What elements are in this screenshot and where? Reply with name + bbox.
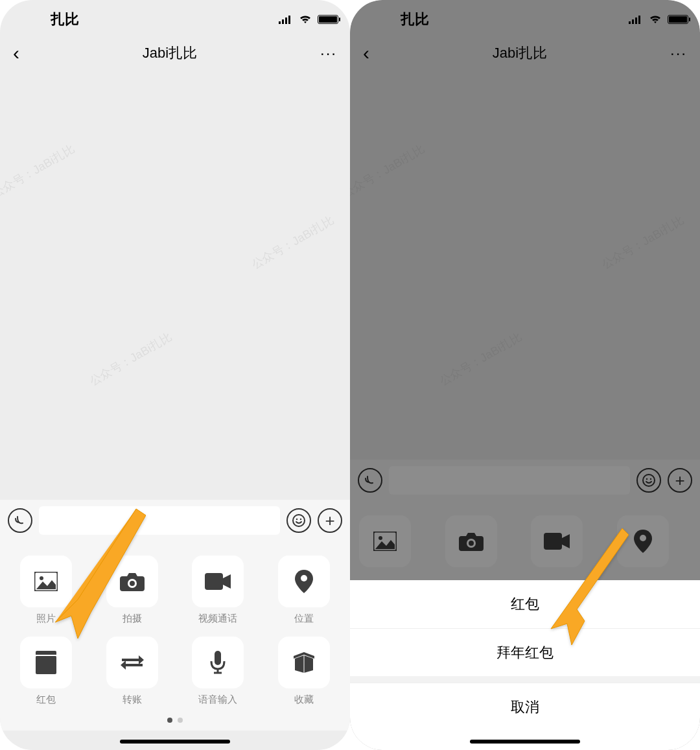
- wifi-icon: [298, 14, 312, 25]
- attach-label: 红包: [36, 694, 56, 706]
- sheet-separator: [350, 676, 700, 683]
- svg-point-12: [301, 575, 307, 581]
- chat-body: 公众号：JaBi扎比 公众号：JaBi扎比 公众号：JaBi扎比: [0, 73, 350, 500]
- svg-rect-0: [279, 21, 281, 24]
- voice-button[interactable]: [8, 508, 32, 533]
- mic-icon: [210, 651, 226, 674]
- sheet-redpacket[interactable]: 红包: [350, 580, 700, 628]
- carrier-label: 扎比: [51, 10, 79, 29]
- attach-label: 位置: [294, 613, 314, 625]
- redpacket-icon: [36, 651, 56, 674]
- attach-label: 语音输入: [198, 694, 237, 706]
- emoji-button[interactable]: [286, 508, 311, 533]
- attach-location[interactable]: 位置: [267, 556, 342, 625]
- signal-icon: [279, 15, 293, 24]
- nav-bar: ‹ Jabi扎比 ···: [0, 34, 350, 73]
- attach-video[interactable]: 视频通话: [181, 556, 255, 625]
- page-dot: [178, 718, 183, 723]
- location-icon: [295, 570, 313, 593]
- pointer-arrow: [544, 525, 629, 648]
- attach-label: 转账: [122, 694, 142, 706]
- home-indicator: [120, 740, 230, 744]
- page-indicator: [9, 718, 341, 723]
- pointer-arrow: [49, 506, 146, 642]
- svg-rect-14: [36, 655, 56, 656]
- attach-voice-input[interactable]: 语音输入: [181, 637, 255, 706]
- favorite-icon: [292, 652, 316, 673]
- svg-point-4: [293, 515, 305, 526]
- attach-favorite[interactable]: 收藏: [267, 637, 342, 706]
- back-button[interactable]: ‹: [13, 42, 19, 64]
- svg-rect-3: [288, 16, 290, 24]
- attach-label: 收藏: [294, 694, 314, 706]
- phone-right: 扎比 ‹ Jabi扎比 ··· 公众号：JaBi扎比 公众号：JaBi扎比 公众…: [350, 0, 700, 750]
- battery-icon: [318, 15, 338, 24]
- phone-left: 扎比 ‹ Jabi扎比 ··· 公众号：JaBi扎比 公众号：JaBi扎比 公众…: [0, 0, 350, 750]
- page-dot-active: [167, 718, 172, 723]
- watermark: 公众号：JaBi扎比: [0, 141, 77, 201]
- video-icon: [205, 573, 231, 590]
- plus-button[interactable]: +: [318, 508, 342, 533]
- status-icons: [279, 14, 338, 25]
- more-button[interactable]: ···: [320, 44, 337, 62]
- svg-rect-2: [285, 18, 287, 24]
- watermark: 公众号：JaBi扎比: [249, 213, 337, 272]
- status-bar: 扎比: [0, 0, 350, 34]
- svg-point-6: [300, 519, 301, 520]
- sheet-cancel[interactable]: 取消: [350, 683, 700, 731]
- home-indicator: [470, 740, 580, 744]
- chat-title: Jabi扎比: [19, 43, 320, 63]
- attach-transfer[interactable]: 转账: [95, 637, 170, 706]
- svg-point-8: [40, 576, 43, 580]
- attach-redpacket[interactable]: 红包: [9, 637, 84, 706]
- svg-rect-1: [282, 19, 284, 24]
- svg-rect-11: [205, 573, 223, 590]
- svg-rect-15: [215, 651, 221, 665]
- watermark: 公众号：JaBi扎比: [87, 329, 175, 389]
- sheet-newyear-redpacket[interactable]: 拜年红包: [350, 628, 700, 676]
- attach-label: 视频通话: [198, 613, 237, 625]
- transfer-icon: [121, 654, 144, 671]
- svg-point-5: [296, 519, 298, 520]
- action-sheet: 红包 拜年红包 取消: [350, 580, 700, 750]
